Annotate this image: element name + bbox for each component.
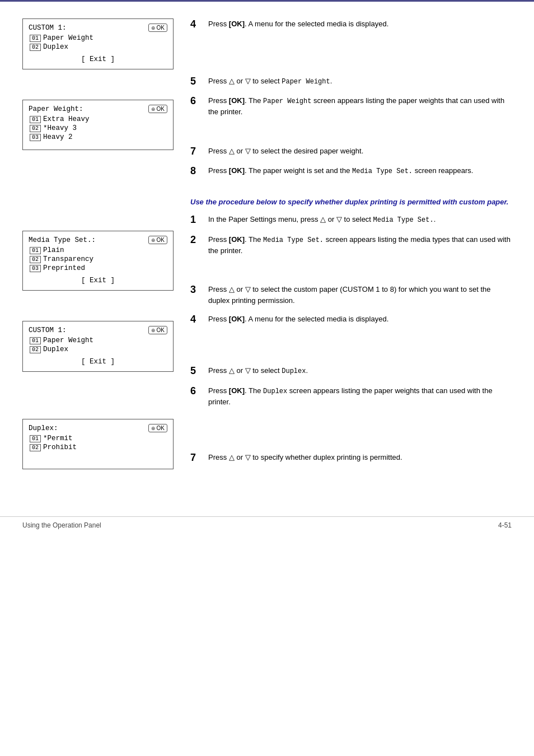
lcd-item: 02 Duplex (29, 43, 167, 51)
lcd-item: 02 *Heavy 3 (29, 124, 167, 132)
footer: Using the Operation Panel 4-51 (0, 516, 534, 529)
step-5a: 5 Press △ or ▽ to select Paper Weight. (190, 76, 512, 88)
steps-group-4: 1 In the Paper Settings menu, press △ or… (190, 214, 512, 256)
lcd-item: 01 Paper Weight (29, 34, 167, 42)
lcd-item: 03 Preprinted (29, 264, 167, 272)
ok-button-5[interactable]: ⊕OK (148, 424, 167, 432)
step-4a: 4 Press [OK]. A menu for the selected me… (190, 18, 512, 31)
lcd-item: 01 *Permit (29, 435, 167, 442)
step-6a: 6 Press [OK]. The Paper Weight screen ap… (190, 95, 512, 118)
screen-custom1-top: CUSTOM 1: ⊕OK 01 Paper Weight 02 Duplex … (22, 18, 174, 69)
lcd-item: 01 Paper Weight (29, 337, 167, 344)
lcd-item: 02 Transparency (29, 255, 167, 263)
steps-group-5: 3 Press △ or ▽ to select the custom pape… (190, 284, 512, 326)
right-column: 4 Press [OK]. A menu for the selected me… (185, 18, 512, 483)
footer-right: 4-51 (498, 521, 512, 529)
exit-label: [ Exit ] (29, 358, 167, 366)
screen-paper-weight: Paper Weight: ⊕OK 01 Extra Heavy 02 *Hea… (22, 100, 174, 150)
steps-group-3: 7 Press △ or ▽ to select the desired pap… (190, 146, 512, 178)
steps-group-7: 7 Press △ or ▽ to specify whether duplex… (190, 452, 512, 464)
lcd-item: 03 Heavy 2 (29, 133, 167, 141)
screen-custom1-bottom: CUSTOM 1: ⊕OK 01 Paper Weight 02 Duplex … (22, 321, 174, 372)
ok-button-3[interactable]: ⊕OK (148, 236, 167, 244)
steps-group-1: 4 Press [OK]. A menu for the selected me… (190, 18, 512, 31)
step-6b: 6 Press [OK]. The Duplex screen appears … (190, 385, 512, 408)
screen-title: CUSTOM 1: (29, 326, 67, 334)
step-7a: 7 Press △ or ▽ to select the desired pap… (190, 146, 512, 158)
screen-duplex: Duplex: ⊕OK 01 *Permit 02 Prohibit (22, 419, 174, 469)
lcd-item: 01 Extra Heavy (29, 115, 167, 123)
ok-button-2[interactable]: ⊕OK (148, 105, 167, 113)
screen-title: Paper Weight: (29, 105, 83, 113)
lcd-item: 02 Prohibit (29, 444, 167, 451)
footer-left: Using the Operation Panel (22, 521, 101, 529)
exit-label: [ Exit ] (29, 55, 167, 63)
screen-title: Duplex: (29, 424, 58, 432)
step-3b: 3 Press △ or ▽ to select the custom pape… (190, 284, 512, 306)
left-column: CUSTOM 1: ⊕OK 01 Paper Weight 02 Duplex … (22, 18, 185, 483)
step-7b: 7 Press △ or ▽ to specify whether duplex… (190, 452, 512, 464)
step-5b: 5 Press △ or ▽ to select Duplex. (190, 365, 512, 377)
step-4b: 4 Press [OK]. A menu for the selected me… (190, 314, 512, 326)
screen-media-type-set: Media Type Set.: ⊕OK 01 Plain 02 Transpa… (22, 231, 174, 291)
exit-label: [ Exit ] (29, 277, 167, 284)
steps-group-6: 5 Press △ or ▽ to select Duplex. 6 Press… (190, 365, 512, 407)
italic-note: Use the procedure below to specify wheth… (190, 197, 512, 208)
screen-title: CUSTOM 1: (29, 24, 67, 32)
step-2b: 2 Press [OK]. The Media Type Set. screen… (190, 234, 512, 256)
lcd-item: 01 Plain (29, 246, 167, 254)
lcd-item: 02 Duplex (29, 346, 167, 353)
steps-group-2: 5 Press △ or ▽ to select Paper Weight. 6… (190, 76, 512, 118)
ok-button-1[interactable]: ⊕OK (148, 24, 167, 32)
screen-title: Media Type Set.: (29, 236, 96, 244)
ok-button-4[interactable]: ⊕OK (148, 326, 167, 334)
step-8a: 8 Press [OK]. The paper weight is set an… (190, 165, 512, 178)
step-1b: 1 In the Paper Settings menu, press △ or… (190, 214, 512, 226)
